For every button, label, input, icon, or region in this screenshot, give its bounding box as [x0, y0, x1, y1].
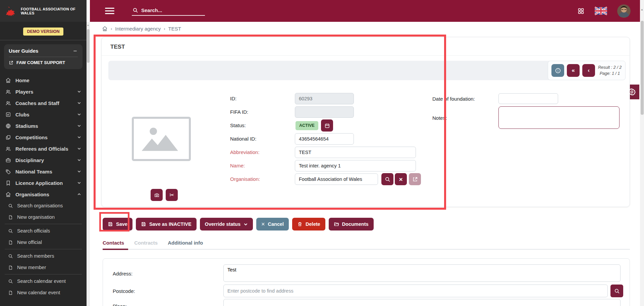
- status-badge: ACTIVE: [296, 121, 318, 130]
- crop-photo-button[interactable]: ✂: [166, 189, 178, 201]
- detail-tabs: Contacts Contracts Additional info: [103, 240, 630, 250]
- organisation-field[interactable]: [295, 173, 378, 185]
- collapse-minus-icon[interactable]: [72, 48, 78, 54]
- organisation-clear-button[interactable]: ×: [395, 173, 407, 185]
- tab-contacts[interactable]: Contacts: [103, 240, 124, 246]
- sidebar-scrollbar[interactable]: ▲: [87, 22, 90, 306]
- save-as-inactive-button[interactable]: Save as INACTIVE: [136, 218, 197, 231]
- page-title: TEST: [102, 37, 630, 56]
- save-icon: [141, 221, 146, 227]
- id-label: ID:: [230, 93, 236, 104]
- sidebar-item-search-officials[interactable]: Search officials: [0, 225, 87, 237]
- organisation-label: Organisation:: [230, 173, 260, 185]
- external-link-icon: [9, 60, 13, 65]
- cancel-button[interactable]: × Cancel: [256, 218, 289, 231]
- foundation-date-label: Date of foundation:: [432, 93, 475, 105]
- faw-comet-support-link[interactable]: FAW COMET SUPPORT: [9, 60, 78, 65]
- sidebar-item-coaches-and-staff[interactable]: Coaches and Staff: [0, 97, 87, 109]
- sidebar-item-search-calendar-event[interactable]: Search calendar event: [0, 275, 87, 287]
- user-guides-card: User Guides FAW COMET SUPPORT: [4, 44, 83, 69]
- info-button[interactable]: [551, 64, 564, 77]
- sidebar-item-search-organisations[interactable]: Search organisations: [0, 200, 87, 211]
- external-link-icon: [412, 176, 418, 182]
- sidebar-item-new-organisation[interactable]: New organisation: [0, 211, 87, 223]
- abbreviation-field[interactable]: [295, 147, 416, 158]
- search-icon: [385, 176, 390, 182]
- chevron-down-icon: [244, 222, 248, 226]
- tab-contracts[interactable]: Contracts: [134, 240, 158, 246]
- previous-result-button[interactable]: ‹: [582, 64, 595, 77]
- sidebar-item-competitions[interactable]: Competitions: [0, 132, 87, 143]
- address-field[interactable]: [223, 264, 621, 282]
- save-button[interactable]: Save: [103, 218, 132, 231]
- sidebar-item-home[interactable]: Home: [0, 74, 87, 86]
- sidebar-item-licence-application[interactable]: Licence Application: [0, 177, 87, 189]
- apps-grid-icon[interactable]: [577, 7, 585, 15]
- hamburger-menu-icon[interactable]: [105, 6, 114, 16]
- sidebar-item-search-members[interactable]: Search members: [0, 250, 87, 262]
- chevron-down-icon: [77, 158, 81, 162]
- bookmark-icon: [5, 180, 11, 186]
- scissors-icon: ✂: [169, 192, 174, 199]
- name-field[interactable]: [295, 160, 416, 171]
- sidebar-scrollbar-thumb[interactable]: [87, 29, 90, 63]
- scroll-up-icon[interactable]: ▲: [641, 8, 643, 11]
- home-icon: [5, 192, 11, 197]
- override-status-button[interactable]: Override status: [200, 218, 253, 231]
- national-id-field[interactable]: [295, 133, 354, 145]
- record-toolbar: [108, 61, 623, 80]
- result-count: Result : 2 / 2: [598, 64, 622, 70]
- sidebar-item-stadiums[interactable]: Stadiums: [0, 120, 87, 132]
- global-search: [132, 6, 205, 16]
- scroll-up-icon[interactable]: ▲: [87, 24, 89, 26]
- foundation-date-field[interactable]: [498, 93, 558, 104]
- chevron-down-icon: [77, 112, 81, 116]
- home-icon[interactable]: [102, 26, 108, 32]
- record-actions: Save Save as INACTIVE Override status × …: [103, 218, 374, 231]
- breadcrumb-test[interactable]: TEST: [168, 26, 181, 32]
- uk-flag-language-icon[interactable]: [595, 7, 607, 15]
- sidebar-item-organisations[interactable]: Organisations: [0, 189, 87, 200]
- search-input[interactable]: [141, 7, 198, 13]
- page-scrollbar[interactable]: ▲: [640, 0, 644, 306]
- breadcrumb: › Intermediary agency › TEST: [102, 26, 181, 32]
- record-pager: « ‹ Result : 2 / 2 Page: 1 / 1: [548, 61, 626, 80]
- tab-additional-info[interactable]: Additional info: [168, 240, 203, 246]
- page-scrollbar-thumb[interactable]: [641, 21, 644, 115]
- people-icon: [5, 89, 11, 95]
- top-header-bar: [90, 0, 640, 22]
- fifa-id-field: [295, 106, 354, 118]
- status-history-button[interactable]: [321, 119, 333, 132]
- sidebar-item-clubs[interactable]: Clubs: [0, 109, 87, 120]
- chevron-down-icon: [77, 135, 81, 139]
- sidebar-item-new-official[interactable]: New official: [0, 237, 87, 248]
- club-box-icon: [5, 112, 11, 117]
- postcode-field[interactable]: [223, 285, 608, 297]
- sidebar-item-new-member[interactable]: New member: [0, 262, 87, 273]
- first-result-button[interactable]: «: [567, 64, 580, 77]
- breadcrumb-intermediary-agency[interactable]: Intermediary agency: [115, 26, 161, 32]
- sidebar-item-players[interactable]: Players: [0, 86, 87, 97]
- sidebar: FOOTBALL ASSOCIATION OF WALES DEMO VERSI…: [0, 0, 87, 306]
- sidebar-divider: [0, 40, 87, 40]
- organisation-open-button[interactable]: [409, 173, 421, 185]
- sidebar-item-new-calendar-event[interactable]: New calendar event: [0, 287, 87, 298]
- sidebar-item-disciplinary[interactable]: Disciplinary: [0, 154, 87, 166]
- file-icon: [8, 215, 13, 220]
- organisation-search-button[interactable]: [381, 173, 393, 185]
- notes-field[interactable]: [498, 106, 620, 129]
- chevron-down-icon: [77, 124, 81, 128]
- folder-icon: [334, 221, 339, 227]
- documents-button[interactable]: Documents: [329, 218, 374, 231]
- sidebar-item-referees-and-officials[interactable]: Referees and Officials: [0, 143, 87, 154]
- user-avatar[interactable]: [617, 4, 631, 18]
- upload-photo-button[interactable]: [151, 189, 163, 201]
- info-icon: [555, 67, 561, 74]
- sidebar-item-national-teams[interactable]: National Teams: [0, 166, 87, 177]
- delete-button[interactable]: Delete: [292, 218, 325, 231]
- file-icon: [8, 240, 13, 245]
- main-content: › Intermediary agency › TEST TEST « ‹ Re…: [90, 22, 640, 306]
- postcode-search-button[interactable]: [610, 285, 623, 297]
- place-field[interactable]: [223, 299, 621, 306]
- image-placeholder-icon: [140, 122, 183, 155]
